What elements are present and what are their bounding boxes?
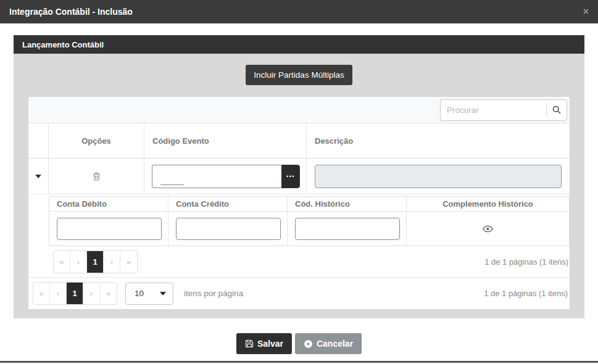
- row-expand-cell: [28, 159, 49, 194]
- grid-pager: « ‹ 1 › »: [33, 282, 117, 305]
- ellipsis-icon: •••: [286, 173, 295, 180]
- view-complemento-button[interactable]: [483, 225, 493, 233]
- partidas-pagination-summary: 1 de 1 páginas (1 itens): [484, 257, 568, 267]
- cancel-button-label: Cancelar: [317, 339, 353, 349]
- row-descricao-cell: [307, 159, 570, 194]
- grid-page-1-button[interactable]: 1: [67, 283, 83, 304]
- save-button-label: Salvar: [257, 339, 283, 349]
- save-button[interactable]: Salvar: [236, 333, 292, 354]
- panel-title: Lançamento Contábil: [22, 40, 104, 49]
- collapse-row-icon[interactable]: [35, 175, 41, 178]
- modal-title: Integração Contábil - Inclusão: [9, 7, 133, 17]
- row-detail-section: Conta Débito Conta Crédito Cód. Históric…: [28, 194, 570, 277]
- eye-icon: [483, 225, 493, 233]
- conta-credito-input[interactable]: [176, 218, 281, 240]
- bottom-divider: [0, 361, 598, 363]
- grid-pagination-summary: 1 de 1 páginas (1 itens): [484, 289, 568, 298]
- partidas-last-page-button[interactable]: »: [120, 251, 137, 273]
- cancel-circle-x-icon: [304, 339, 313, 349]
- column-header-opcoes: Opções: [49, 123, 144, 158]
- grid-toolbar: [28, 97, 570, 123]
- column-header-conta-debito: Conta Débito: [49, 197, 168, 211]
- search-input[interactable]: [441, 105, 546, 115]
- search-box: [440, 99, 567, 121]
- items-per-page-label: itens por página: [184, 289, 243, 298]
- partidas-prev-page-button[interactable]: ‹: [70, 251, 87, 273]
- column-header-complemento-historico: Complemento Histórico: [407, 197, 569, 211]
- grid-last-page-button[interactable]: »: [100, 283, 117, 304]
- grid-first-page-button[interactable]: «: [33, 283, 50, 304]
- codigo-evento-input[interactable]: ______: [152, 165, 281, 188]
- lancamento-contabil-panel: Lançamento Contábil Incluir Partidas Múl…: [14, 35, 584, 318]
- partidas-header-row: Conta Débito Conta Crédito Cód. Históric…: [49, 197, 569, 212]
- grid-next-page-button[interactable]: ›: [83, 283, 100, 304]
- column-header-expand: [28, 123, 49, 158]
- panel-header: Lançamento Contábil: [14, 35, 584, 54]
- table-row: ______ •••: [28, 159, 570, 194]
- partidas-page-1-button[interactable]: 1: [87, 251, 104, 273]
- descricao-input: [315, 165, 562, 188]
- grid-header-row: Opções Código Evento Descrição: [28, 123, 570, 159]
- codigo-evento-field-group: ______ •••: [152, 165, 300, 188]
- column-header-codigo-evento: Código Evento: [144, 123, 307, 158]
- column-header-conta-credito: Conta Crédito: [168, 197, 288, 211]
- delete-row-button[interactable]: [92, 172, 101, 181]
- column-header-cod-historico: Cód. Histórico: [288, 197, 407, 211]
- partidas-next-page-button[interactable]: ›: [104, 251, 120, 273]
- cancel-button[interactable]: Cancelar: [295, 333, 362, 354]
- search-icon: [552, 105, 562, 115]
- panel-body: Incluir Partidas Múltiplas: [14, 54, 584, 318]
- incluir-partidas-multiplas-button[interactable]: Incluir Partidas Múltiplas: [246, 65, 352, 85]
- partidas-first-page-button[interactable]: «: [54, 251, 70, 273]
- partidas-row: [49, 212, 569, 246]
- grid-prev-page-button[interactable]: ‹: [50, 283, 67, 304]
- grid-pagination-row: « ‹ 1 › » 10 itens por página 1 de 1 pág…: [28, 277, 570, 309]
- page-size-dropdown[interactable]: 10: [125, 283, 173, 305]
- close-icon[interactable]: ×: [583, 7, 589, 17]
- row-options-cell: [49, 159, 144, 194]
- cod-historico-input[interactable]: [295, 218, 400, 240]
- floppy-icon: [245, 339, 254, 348]
- modal-footer: Salvar Cancelar: [0, 333, 598, 354]
- row-codigo-evento-cell: ______ •••: [144, 159, 307, 194]
- input-mask: ______: [160, 180, 183, 182]
- partidas-table: Conta Débito Conta Crédito Cód. Históric…: [49, 196, 570, 246]
- chevron-down-icon: [160, 292, 166, 296]
- column-header-descricao: Descrição: [307, 123, 570, 158]
- partidas-pager: « ‹ 1 › »: [53, 250, 138, 273]
- lancamentos-grid: Opções Código Evento Descrição: [28, 96, 570, 310]
- modal-titlebar: Integração Contábil - Inclusão ×: [0, 0, 598, 23]
- codigo-evento-lookup-button[interactable]: •••: [281, 165, 300, 188]
- partidas-pagination-row: « ‹ 1 › » 1 de 1 páginas (1 itens): [49, 246, 570, 277]
- page-size-value: 10: [135, 289, 144, 298]
- search-button[interactable]: [546, 103, 567, 117]
- trash-icon: [92, 172, 101, 181]
- conta-debito-input[interactable]: [57, 218, 162, 240]
